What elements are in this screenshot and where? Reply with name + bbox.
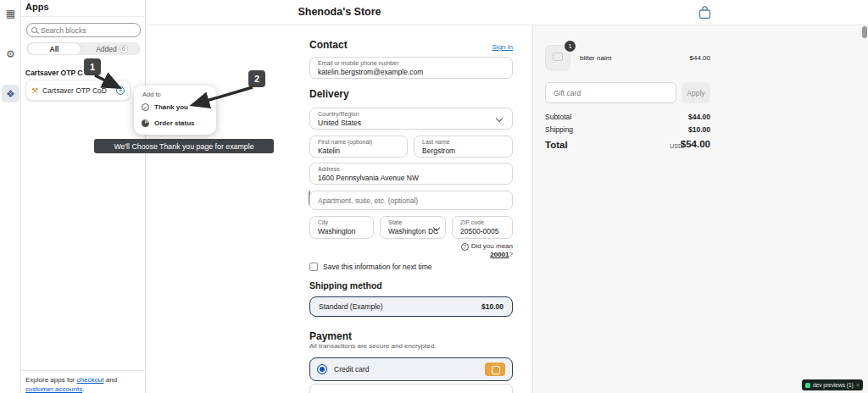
product-name: bitter naim xyxy=(580,54,611,62)
sidebar-footer-divider xyxy=(21,370,146,371)
total-label: Total xyxy=(545,140,568,150)
apartment-field[interactable]: Apartment, suite, etc. (optional) xyxy=(309,191,513,210)
last-name-field[interactable]: Last name Bergstrom xyxy=(414,136,513,158)
city-field[interactable]: City Washington xyxy=(309,216,374,239)
dev-preview-status-icon xyxy=(805,383,810,388)
address-field[interactable]: Address 1600 Pennsylvania Avenue NW xyxy=(309,163,513,185)
image-placeholder-icon xyxy=(553,53,563,61)
payment-subtitle: All transactions are secure and encrypte… xyxy=(309,342,436,350)
state-select[interactable]: State Washington DC xyxy=(380,216,446,239)
save-info-label: Save this information for next time xyxy=(323,263,432,271)
product-price: $44.00 xyxy=(659,54,710,62)
annotation-step-1-badge: 1 xyxy=(84,58,101,75)
subtotal-label: Subtotal xyxy=(545,113,571,121)
city-value: Washington xyxy=(318,227,373,235)
sidebar-header-divider xyxy=(21,16,146,17)
first-name-value: Katelin xyxy=(318,147,407,155)
order-status-icon xyxy=(142,119,149,127)
customer-accounts-link[interactable]: customer accounts xyxy=(25,385,82,393)
annotation-step-2-badge: 2 xyxy=(248,70,265,87)
order-status-label: Order status xyxy=(154,119,195,127)
check-circle-icon: ✓ xyxy=(142,103,149,111)
example-tooltip: We'll Choose Thank you page for example xyxy=(94,139,274,153)
address-value: 1600 Pennsylvania Avenue NW xyxy=(318,174,512,182)
dev-previews-label: dev previews (1) xyxy=(813,382,854,388)
store-name: Shenoda's Store xyxy=(147,6,532,18)
credit-card-label: Credit card xyxy=(334,365,478,374)
add-block-plus-icon[interactable]: + xyxy=(116,86,125,95)
search-icon xyxy=(31,27,37,33)
save-info-row[interactable]: Save this information for next time xyxy=(309,263,432,271)
did-you-mean-hint: ?Did you mean20001? xyxy=(398,242,513,258)
apps-icon[interactable]: ❖ xyxy=(2,85,19,102)
did-you-mean-text: Did you mean xyxy=(471,242,513,250)
card-number-field[interactable] xyxy=(309,384,513,393)
menu-item-thank-you[interactable]: ✓ Thank you xyxy=(142,103,188,111)
delivery-section-title: Delivery xyxy=(309,88,349,100)
total-value: $54.00 xyxy=(651,139,710,149)
apartment-placeholder: Apartment, suite, etc. (optional) xyxy=(318,196,418,205)
email-field[interactable]: Email or mobile phone number katelin.ber… xyxy=(309,57,513,79)
add-to-popup: Add to ✓ Thank you Order status xyxy=(134,86,216,135)
tab-added[interactable]: Added 0 xyxy=(84,43,140,54)
city-label: City xyxy=(318,219,373,227)
quantity-badge: 1 xyxy=(565,41,576,52)
radio-selected-icon[interactable] xyxy=(317,364,327,374)
app-block-item[interactable]: ⚒ Cartsaver OTP CoD + xyxy=(25,80,131,101)
footer-text-period: . xyxy=(82,385,84,393)
sign-in-link[interactable]: Sign in xyxy=(458,43,513,51)
credit-card-option[interactable]: Credit card xyxy=(309,357,513,381)
apps-sidebar-panel: Apps Search blocks All Added 0 ^ Cartsav… xyxy=(21,0,146,393)
country-label: Country/Region xyxy=(318,111,512,119)
contact-section-title: Contact xyxy=(309,39,348,51)
dev-previews-badge[interactable]: dev previews (1) × xyxy=(802,379,863,390)
tab-added-label: Added xyxy=(96,45,117,53)
save-info-checkbox[interactable] xyxy=(309,263,318,271)
payment-section-title: Payment xyxy=(309,330,352,342)
subtotal-value: $44.00 xyxy=(659,113,710,121)
country-value: United States xyxy=(318,119,512,127)
first-name-field[interactable]: First name (optional) Katelin xyxy=(309,136,408,158)
shipping-option-name: Standard (Example) xyxy=(319,302,383,311)
last-name-value: Bergstrom xyxy=(422,147,512,155)
sidebar-title: Apps xyxy=(25,2,49,12)
search-placeholder: Search blocks xyxy=(41,26,86,35)
sections-icon[interactable]: ▦ xyxy=(2,4,19,22)
last-name-label: Last name xyxy=(422,139,512,147)
apply-gift-card-button[interactable]: Apply xyxy=(682,82,710,103)
add-to-popup-header: Add to xyxy=(142,91,161,98)
order-summary-column xyxy=(532,25,868,393)
app-block-label: Cartsaver OTP CoD xyxy=(42,86,112,95)
app-block-icon: ⚒ xyxy=(31,86,38,95)
settings-gear-icon[interactable]: ⚙ xyxy=(2,45,19,63)
zip-value: 20500-0005 xyxy=(460,227,512,235)
footer-text-pre: Explore apps for xyxy=(25,376,76,384)
footer-text-and: and xyxy=(104,376,118,384)
did-you-mean-suffix: ? xyxy=(509,251,513,258)
added-count-badge: 0 xyxy=(120,45,128,53)
question-icon: ? xyxy=(461,243,469,251)
gift-card-input[interactable] xyxy=(545,82,676,103)
cart-bag-icon[interactable] xyxy=(698,6,711,23)
tab-all[interactable]: All xyxy=(28,43,81,54)
thank-you-label: Thank you xyxy=(154,103,188,111)
menu-item-order-status[interactable]: Order status xyxy=(142,119,195,127)
checkout-apps-link[interactable]: checkout xyxy=(76,376,103,384)
first-name-label: First name (optional) xyxy=(318,139,407,147)
page-scrollbar-thumb[interactable] xyxy=(862,26,867,38)
payment-gateway-icon xyxy=(485,363,505,376)
shipping-cost-value: $10.00 xyxy=(659,125,710,134)
app-section-title: Cartsaver OTP CoD xyxy=(25,69,92,77)
sidebar-footer-text: Explore apps for checkout and customer a… xyxy=(25,376,137,393)
shipping-option-standard[interactable]: Standard (Example) $10.00 xyxy=(309,296,513,317)
country-select[interactable]: Country/Region United States xyxy=(309,108,513,130)
shipping-method-title: Shipping method xyxy=(309,280,382,291)
suggested-zip-link[interactable]: 20001 xyxy=(490,251,509,258)
email-field-value: katelin.bergstrom@example.com xyxy=(318,68,512,76)
search-blocks-input[interactable]: Search blocks xyxy=(26,23,141,37)
zip-code-field[interactable]: ZIP code 20500-0005 xyxy=(452,216,513,239)
shipping-cost-label: Shipping xyxy=(545,125,573,134)
zip-label: ZIP code xyxy=(460,219,512,227)
close-icon[interactable]: × xyxy=(856,382,860,388)
address-label: Address xyxy=(318,166,512,174)
